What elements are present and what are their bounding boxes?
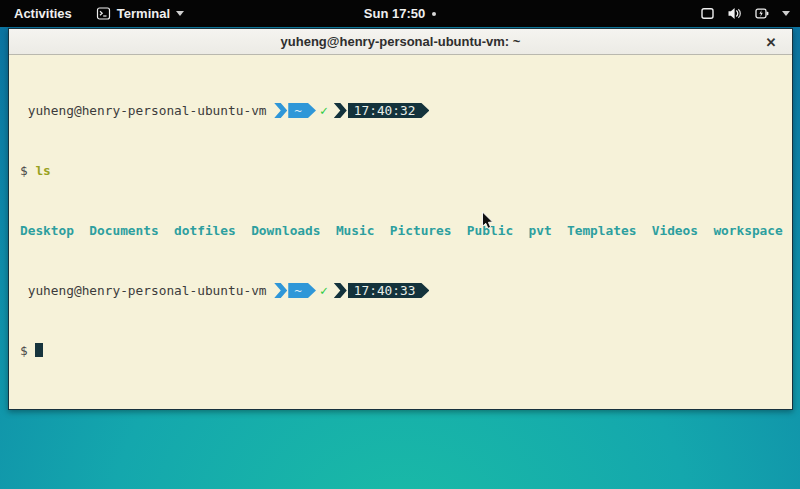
prompt-time-segment: 17:40:33 — [348, 283, 430, 298]
title-bar[interactable]: yuheng@henry-personal-ubuntu-vm: ~ ✕ — [9, 29, 792, 55]
powerline-chevron-icon — [334, 103, 347, 118]
prompt-time-segment: 17:40:32 — [348, 103, 430, 118]
prompt-path: ~ — [294, 283, 302, 298]
notification-dot-icon — [432, 12, 436, 16]
terminal-app-icon — [96, 6, 111, 21]
prompt-time: 17:40:33 — [354, 283, 416, 298]
directory-listing: Desktop Documents dotfiles Downloads Mus… — [20, 223, 792, 238]
wired-network-icon — [700, 6, 715, 21]
powerline-chevron-icon — [334, 283, 347, 298]
text-cursor — [35, 343, 43, 357]
prompt-username: yuheng@henry-personal-ubuntu-vm — [20, 103, 274, 118]
volume-icon — [727, 6, 742, 21]
prompt-time: 17:40:32 — [354, 103, 416, 118]
prompt-line: yuheng@henry-personal-ubuntu-vm ~ ✓ 17:4… — [20, 103, 792, 118]
activities-button[interactable]: Activities — [10, 4, 76, 23]
prompt-username: yuheng@henry-personal-ubuntu-vm — [20, 283, 274, 298]
prompt-line: yuheng@henry-personal-ubuntu-vm ~ ✓ 17:4… — [20, 283, 792, 298]
clock-button[interactable]: Sun 17:50 — [364, 6, 436, 21]
close-button[interactable]: ✕ — [760, 29, 782, 55]
prompt-path-segment: ~ — [288, 283, 316, 298]
prompt-path: ~ — [294, 103, 302, 118]
prompt-path-segment: ~ — [288, 103, 316, 118]
powerline-chevron-icon — [274, 283, 287, 298]
command-line: $ls — [20, 163, 792, 178]
prompt-symbol: $ — [20, 163, 28, 178]
clock-label: Sun 17:50 — [364, 6, 425, 21]
gnome-top-bar: Activities Terminal Sun 17:50 — [0, 0, 800, 27]
battery-charging-icon — [754, 6, 770, 21]
chevron-down-icon — [176, 11, 184, 16]
success-check-icon: ✓ — [320, 103, 328, 118]
typed-command: ls — [28, 163, 51, 178]
powerline-chevron-icon — [274, 103, 287, 118]
chevron-down-icon — [782, 11, 790, 16]
app-menu-button[interactable]: Terminal — [96, 6, 184, 21]
success-check-icon: ✓ — [320, 283, 328, 298]
input-line[interactable]: $ — [20, 343, 792, 358]
app-menu-label: Terminal — [117, 6, 170, 21]
terminal-screen[interactable]: yuheng@henry-personal-ubuntu-vm ~ ✓ 17:4… — [9, 55, 792, 409]
prompt-symbol: $ — [20, 343, 28, 358]
terminal-window: yuheng@henry-personal-ubuntu-vm: ~ ✕ yuh… — [8, 28, 793, 410]
window-title: yuheng@henry-personal-ubuntu-vm: ~ — [281, 34, 521, 49]
system-status-area[interactable] — [700, 6, 800, 21]
